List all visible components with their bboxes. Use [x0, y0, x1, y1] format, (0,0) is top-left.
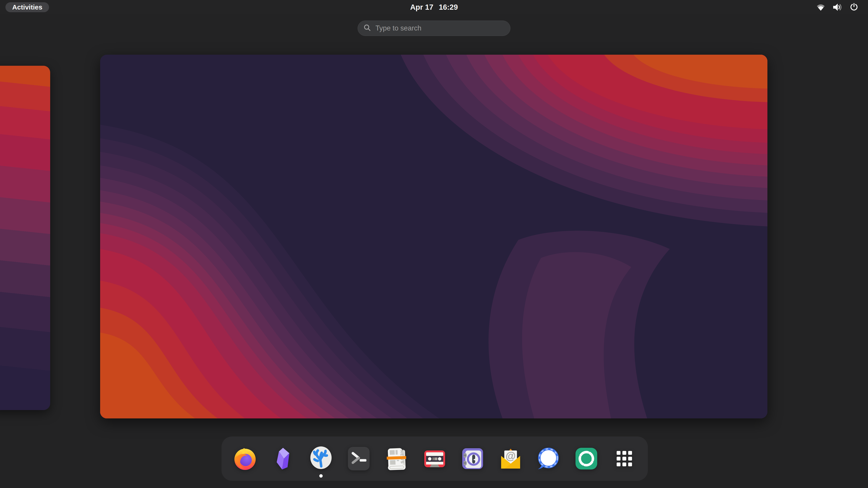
terminal-icon [345, 445, 372, 472]
clock-time: 16:29 [439, 3, 458, 11]
dock-item-blue-coral-app[interactable] [307, 445, 335, 472]
clock-date: Apr 17 [410, 3, 433, 11]
top-bar: Activities Apr 17 16:29 [0, 0, 868, 14]
search-icon [363, 24, 371, 33]
dock-item-1password[interactable] [459, 445, 486, 472]
obsidian-icon [270, 445, 297, 472]
clock-button[interactable]: Apr 17 16:29 [410, 0, 458, 14]
svg-text:@: @ [505, 450, 516, 462]
workspace-preview-current[interactable] [100, 55, 767, 418]
wallpaper-contour-waves [100, 55, 767, 418]
element-icon [573, 445, 600, 472]
show-apps-button[interactable] [611, 445, 638, 472]
newsflash-icon: NEWS [383, 445, 410, 472]
signal-icon [535, 445, 562, 472]
dock-item-newsflash[interactable]: NEWS [383, 445, 410, 472]
dock-item-element[interactable] [573, 445, 600, 472]
activities-label: Activities [12, 3, 42, 11]
dock-item-obsidian[interactable] [270, 445, 297, 472]
workspace-preview-left-partial[interactable] [0, 66, 50, 410]
running-indicator-dot [319, 474, 322, 478]
system-status-area[interactable] [816, 0, 859, 14]
speaker-volume-icon [832, 3, 843, 12]
dock-item-cassette[interactable] [421, 445, 448, 472]
dock-item-firefox[interactable] [231, 445, 258, 472]
search-entry[interactable] [358, 21, 510, 36]
gnome-activities-overview: Activities Apr 17 16:29 [0, 0, 868, 488]
activities-button[interactable]: Activities [5, 2, 49, 12]
power-icon [849, 3, 859, 12]
wifi-icon [816, 3, 826, 11]
dash-dock: NEWS [221, 436, 648, 481]
firefox-icon [231, 445, 258, 472]
1password-safe-icon [459, 445, 486, 472]
app-grid-icon [611, 445, 638, 472]
search-input[interactable] [375, 24, 505, 33]
dock-item-console-terminal[interactable] [345, 445, 372, 472]
mail-envelope-icon: @ [497, 445, 524, 472]
blue-coral-app-icon [307, 445, 335, 472]
dock-item-signal[interactable] [535, 445, 562, 472]
dock-item-geary-mail[interactable]: @ [497, 445, 524, 472]
cassette-tape-icon [421, 445, 448, 472]
